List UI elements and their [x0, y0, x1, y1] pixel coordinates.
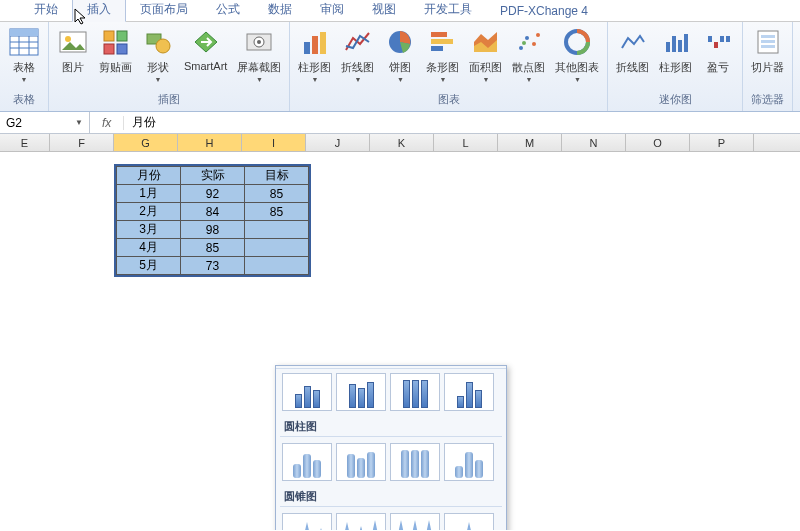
formula-bar: G2 ▼ fx 月份: [0, 112, 800, 134]
chart-thumb-cylinder-stacked[interactable]: [336, 443, 386, 481]
bar-chart-button[interactable]: 条形图▼: [422, 24, 463, 85]
ribbon-group-filter: 切片器 筛选器: [743, 22, 793, 111]
ribbon-group-sparklines: 折线图 柱形图 盈亏 迷你图: [608, 22, 743, 111]
fx-label[interactable]: fx: [90, 116, 124, 130]
pie-chart-button[interactable]: 饼图▼: [380, 24, 420, 85]
col-header-F[interactable]: F: [50, 134, 114, 151]
col-header-O[interactable]: O: [626, 134, 690, 151]
col-header-K[interactable]: K: [370, 134, 434, 151]
chart-thumb-cone-clustered[interactable]: [282, 513, 332, 530]
smartart-icon: [190, 26, 222, 58]
tab-insert[interactable]: 插入: [72, 0, 126, 22]
col-header-P[interactable]: P: [690, 134, 754, 151]
col-header-I[interactable]: I: [242, 134, 306, 151]
shapes-button[interactable]: 形状▼: [138, 24, 178, 85]
popup-section-cylinder: 圆柱图: [276, 415, 506, 434]
formula-input[interactable]: 月份: [124, 112, 800, 133]
svg-rect-24: [431, 46, 443, 51]
screenshot-icon: [243, 26, 275, 58]
smartart-button[interactable]: SmartArt: [180, 24, 231, 74]
popup-section-cone: 圆锥图: [276, 485, 506, 504]
col-header-E[interactable]: E: [0, 134, 50, 151]
chart-thumb-cone-100stacked[interactable]: [390, 513, 440, 530]
table-header-target[interactable]: 目标: [245, 167, 309, 185]
area-chart-button[interactable]: 面积图▼: [465, 24, 506, 85]
tab-review[interactable]: 审阅: [306, 0, 358, 21]
tab-pdfxchange[interactable]: PDF-XChange 4: [486, 1, 602, 21]
svg-point-8: [65, 36, 71, 42]
tab-data[interactable]: 数据: [254, 0, 306, 21]
chart-thumb-cylinder-clustered[interactable]: [282, 443, 332, 481]
tab-pagelayout[interactable]: 页面布局: [126, 0, 202, 21]
ribbon-group-charts: 柱形图▼ 折线图▼ 饼图▼ 条形图▼ 面积图▼ 散点图▼: [290, 22, 608, 111]
chart-thumb-3d-100stacked[interactable]: [390, 373, 440, 411]
group-label-tables: 表格: [4, 90, 44, 109]
svg-rect-6: [10, 29, 38, 36]
chart-thumb-cone-stacked[interactable]: [336, 513, 386, 530]
other-chart-icon: [561, 26, 593, 58]
scatter-chart-icon: [513, 26, 545, 58]
svg-rect-40: [761, 35, 775, 38]
svg-rect-34: [684, 34, 688, 52]
col-header-G[interactable]: G: [114, 134, 178, 151]
tab-formulas[interactable]: 公式: [202, 0, 254, 21]
svg-rect-20: [320, 32, 326, 54]
tab-developer[interactable]: 开发工具: [410, 0, 486, 21]
screenshot-button[interactable]: 屏幕截图▼: [233, 24, 285, 85]
svg-rect-36: [714, 42, 718, 48]
chart-thumb-cylinder-3d[interactable]: [444, 443, 494, 481]
tab-view[interactable]: 视图: [358, 0, 410, 21]
svg-rect-18: [304, 42, 310, 54]
column-headers: E F G H I J K L M N O P: [0, 134, 800, 152]
name-box-dropdown-icon[interactable]: ▼: [75, 118, 83, 127]
table-button[interactable]: 表格▼: [4, 24, 44, 85]
table-header-month[interactable]: 月份: [117, 167, 181, 185]
line-chart-icon: [342, 26, 374, 58]
ribbon: 表格▼ 表格 图片 剪贴画 形状▼ SmartArt: [0, 22, 800, 112]
col-header-H[interactable]: H: [178, 134, 242, 151]
svg-rect-42: [761, 45, 775, 48]
table-header-actual[interactable]: 实际: [181, 167, 245, 185]
svg-point-29: [522, 41, 526, 45]
svg-rect-35: [708, 36, 712, 42]
chart-thumb-3d-clustered[interactable]: [282, 373, 332, 411]
svg-rect-12: [117, 44, 127, 54]
other-chart-button[interactable]: 其他图表▼: [551, 24, 603, 85]
col-header-N[interactable]: N: [562, 134, 626, 151]
svg-rect-38: [726, 36, 730, 42]
selected-data-table[interactable]: 月份 实际 目标 1月9285 2月8485 3月98 4月85 5月73: [114, 164, 311, 277]
sparkline-winloss-button[interactable]: 盈亏: [698, 24, 738, 77]
svg-rect-9: [104, 31, 114, 41]
chart-thumb-3d-stacked[interactable]: [336, 373, 386, 411]
scatter-chart-button[interactable]: 散点图▼: [508, 24, 549, 85]
line-chart-button[interactable]: 折线图▼: [337, 24, 378, 85]
clipart-button[interactable]: 剪贴画: [95, 24, 136, 77]
chart-thumb-cone-3d[interactable]: [444, 513, 494, 530]
ribbon-group-illustrations: 图片 剪贴画 形状▼ SmartArt 屏幕截图▼ 插图: [49, 22, 290, 111]
slicer-button[interactable]: 切片器: [747, 24, 788, 77]
sparkline-line-icon: [617, 26, 649, 58]
table-row: 1月9285: [117, 185, 309, 203]
spreadsheet-grid[interactable]: E F G H I J K L M N O P 月份 实际 目标 1月9285 …: [0, 134, 800, 530]
name-box[interactable]: G2 ▼: [0, 112, 90, 133]
col-header-M[interactable]: M: [498, 134, 562, 151]
chart-thumb-3d-column[interactable]: [444, 373, 494, 411]
sparkline-column-icon: [660, 26, 692, 58]
clipart-icon: [100, 26, 132, 58]
svg-rect-22: [431, 32, 447, 37]
svg-point-28: [536, 33, 540, 37]
tab-home[interactable]: 开始: [20, 0, 72, 21]
sparkline-column-button[interactable]: 柱形图: [655, 24, 696, 77]
column-chart-button[interactable]: 柱形图▼: [294, 24, 335, 85]
picture-button[interactable]: 图片: [53, 24, 93, 77]
svg-rect-41: [761, 40, 775, 43]
sparkline-line-button[interactable]: 折线图: [612, 24, 653, 77]
table-row: 5月73: [117, 257, 309, 275]
svg-rect-19: [312, 36, 318, 54]
chart-thumb-cylinder-100stacked[interactable]: [390, 443, 440, 481]
slicer-icon: [752, 26, 784, 58]
col-header-J[interactable]: J: [306, 134, 370, 151]
col-header-L[interactable]: L: [434, 134, 498, 151]
table-icon: [8, 26, 40, 58]
svg-rect-33: [678, 40, 682, 52]
